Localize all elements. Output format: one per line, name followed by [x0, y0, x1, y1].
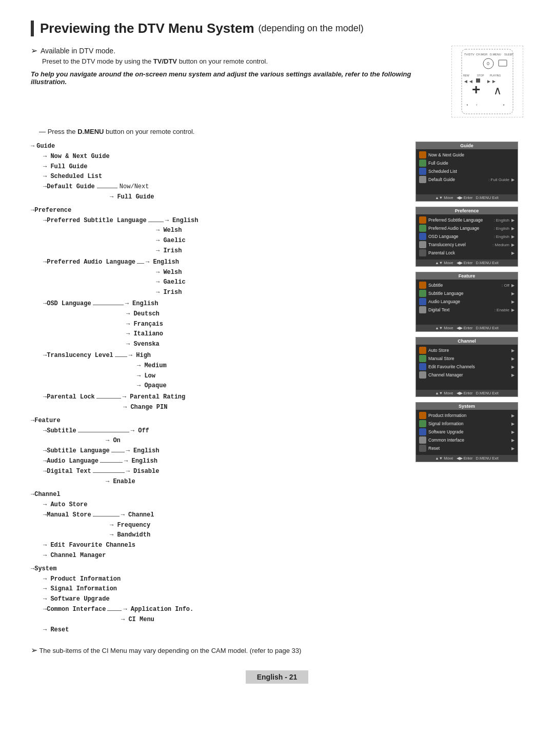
screen-system-arrow-0: ▶ [511, 413, 515, 418]
screen-system-text-1: Signal Information [428, 421, 509, 426]
svg-text:SLEEP: SLEEP [504, 53, 513, 56]
screen-system-row-1: Signal Information ▶ [419, 420, 515, 427]
screen-channel-text-1: Manual Store [428, 356, 509, 361]
screen-pref-row-1: Preferred Audio Language : English ▶ [419, 225, 515, 232]
screen-system-text-4: Reset [428, 446, 509, 451]
screen-channel-arrow-3: ▶ [511, 373, 515, 377]
preference-arrow: → [31, 206, 34, 216]
screen-guide-text-0: Now & Next Guide [428, 152, 515, 157]
screen-channel-text-3: Channel Manager [428, 372, 509, 377]
feature-section-header: → Feature [31, 416, 403, 426]
screen-guide-arrow-3: ▶ [511, 177, 515, 182]
screen-channel-row-1: Manual Store ▶ [419, 355, 515, 362]
screen-pref-text-4: Parental Lock [428, 250, 509, 255]
screen-channel-title: Channel [416, 337, 518, 345]
screen-feature-row-1: Subtitle Language ▶ [419, 290, 515, 297]
screen-feature-row-0: Subtitle : Off ▶ [419, 282, 515, 289]
pref-subtitle-gaelic: → Gaelic [156, 236, 403, 246]
preference-items: → Preferred Subtitle Language → English … [43, 216, 403, 413]
screen-system-row-0: Product Information ▶ [419, 412, 515, 419]
screen-channel-arrow-1: ▶ [511, 356, 515, 361]
system-reset: → Reset [43, 625, 403, 635]
guide-default-opt2: → Full Guide [110, 192, 403, 203]
screen-guide-footer: ▲▼ Move◀▶ EnterD.MENU Exit [416, 194, 518, 201]
channel-auto-store: → Auto Store [43, 500, 403, 510]
screen-pref-val-1: : English [493, 226, 509, 231]
screen-feature-text-2: Audio Language [428, 299, 509, 304]
instruction-text: To help you navigate around the on-scree… [31, 70, 441, 86]
system-signal-info: → Signal Information [43, 584, 403, 594]
screen-guide-val-3: : Full Guide [488, 177, 509, 182]
system-section-header: → System [31, 564, 403, 574]
screen-system-arrow-2: ▶ [511, 430, 515, 434]
screen-guide-row-1: Full Guide [419, 160, 515, 167]
guide-item-3: → Scheduled List [43, 172, 403, 182]
feature-subtitle-row: → Subtitle → Off [43, 426, 403, 436]
screen-feature-arrow-1: ▶ [511, 291, 515, 296]
arrow-icon: ➢ [31, 46, 37, 55]
available-text: Available in DTV mode. [41, 47, 115, 55]
svg-text:REW: REW [463, 74, 469, 77]
pref-osd-francais: → Français [126, 320, 403, 330]
screen-pref-val-3: : Medium [492, 243, 509, 247]
screen-channel-arrow-0: ▶ [511, 348, 515, 353]
screen-system-footer: ▲▼ Move◀▶ EnterD.MENU Exit [416, 455, 518, 462]
system-software-upgrade: → Software Upgrade [43, 594, 403, 605]
page-number: English - 21 [246, 670, 309, 684]
bottom-note: ➢ The sub-items of the CI Menu may vary … [31, 645, 523, 655]
screen-system-row-4: Reset ▶ [419, 445, 515, 452]
screen-feature-icon-0 [419, 282, 426, 289]
screen-pref-icon-1 [419, 225, 426, 232]
screen-channel-icon-1 [419, 355, 426, 362]
screen-channel-row-0: Auto Store ▶ [419, 347, 515, 354]
screen-pref-val-2: : English [493, 234, 509, 239]
screen-feature-title: Feature [416, 272, 518, 280]
screen-channel-icon-2 [419, 363, 426, 370]
pref-audio-irish: → Irish [156, 288, 403, 298]
feature-digital-enable: → Enable [106, 477, 403, 487]
screen-channel-body: Auto Store ▶ Manual Store ▶ Edit Favouri… [416, 345, 518, 390]
pref-osd-svenska: → Svenska [126, 340, 403, 350]
channel-manual-freq: → Frequency [110, 521, 403, 531]
remote-svg: TV/DTV CH.MGR D.MENU SLEEP 0 REW STOP PL… [457, 48, 518, 115]
svg-text:0: 0 [487, 61, 489, 66]
page-title: Previewing the DTV Menu System [40, 21, 254, 36]
pref-osd-row: → OSD Language → English [43, 299, 403, 309]
screen-feature-arrow-2: ▶ [511, 300, 515, 304]
screen-system-body: Product Information ▶ Signal Information… [416, 410, 518, 455]
channel-manager: → Channel Manager [43, 551, 403, 561]
bottom-note-text: The sub-items of the CI Menu may vary de… [39, 647, 301, 654]
pref-audio-welsh: → Welsh [156, 268, 403, 278]
screen-pref-row-4: Parental Lock ▶ [419, 249, 515, 256]
screen-feature-text-3: Digital Text [428, 307, 492, 312]
screen-pref-text-0: Preferred Subtitle Language [428, 217, 491, 223]
svg-text:►►: ►► [486, 78, 497, 84]
screen-pref-row-0: Preferred Subtitle Language : English ▶ [419, 216, 515, 224]
screen-system-arrow-3: ▶ [511, 438, 515, 443]
screen-channel-footer: ▲▼ Move◀▶ EnterD.MENU Exit [416, 390, 518, 396]
channel-section-header: → Channel [31, 490, 403, 500]
channel-edit-fav: → Edit Favourite Channels [43, 541, 403, 551]
screen-channel-icon-3 [419, 371, 426, 379]
screen-guide-icon-0 [419, 151, 426, 158]
guide-arrow: → [31, 142, 34, 152]
pref-parental-pin: → Change PIN [123, 403, 403, 413]
press-dmenu: — Press the D.MENU button on your remote… [31, 128, 523, 135]
screen-pref-icon-2 [419, 233, 426, 240]
title-bar: Previewing the DTV Menu System (dependin… [31, 21, 523, 36]
screen-pref-icon-0 [419, 216, 426, 224]
pref-trans-medium: → Medium [137, 361, 403, 371]
screen-pref-text-2: OSD Language [428, 234, 491, 239]
channel-manual-row: → Manual Store → Channel [43, 510, 403, 521]
screen-feature-text-1: Subtitle Language [428, 291, 509, 296]
screen-feature-arrow-3: ▶ [511, 308, 515, 312]
screen-channel-text-0: Auto Store [428, 348, 509, 353]
screen-guide: Guide Now & Next Guide Full Guide Schedu… [416, 142, 518, 202]
screen-guide-title: Guide [416, 142, 518, 149]
screen-guide-body: Now & Next Guide Full Guide Scheduled Li… [416, 149, 518, 194]
screen-pref-arrow-4: ▶ [511, 251, 515, 255]
screen-preference-body: Preferred Subtitle Language : English ▶ … [416, 214, 518, 260]
pref-subtitle-irish: → Irish [156, 246, 403, 256]
svg-rect-7 [499, 60, 507, 66]
feature-subtitle-on: → On [106, 436, 403, 446]
